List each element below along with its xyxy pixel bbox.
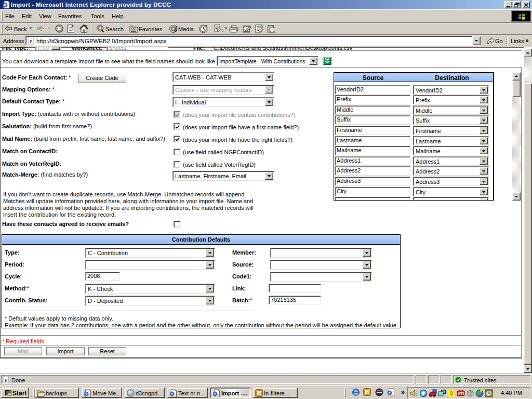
svg-text:e: e — [30, 37, 33, 45]
svg-text:ATI: ATI — [458, 391, 464, 396]
svg-text:e: e — [5, 377, 7, 383]
